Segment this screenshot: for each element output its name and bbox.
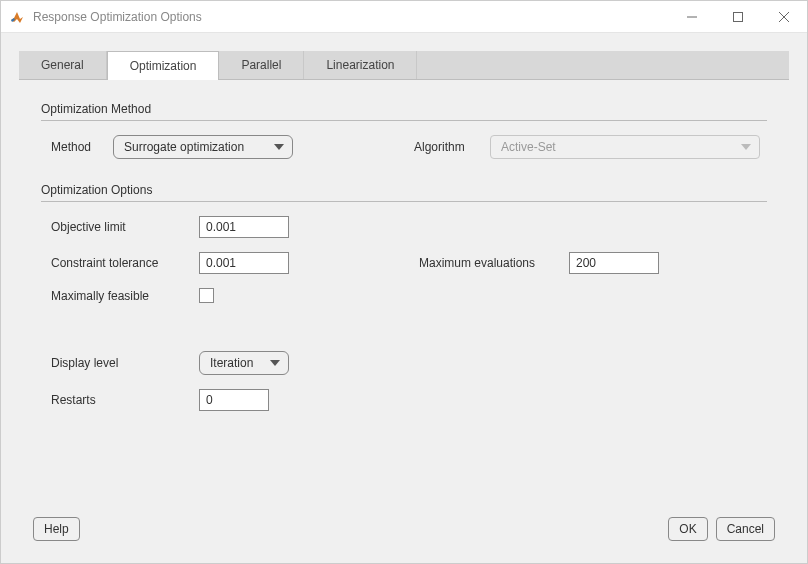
dialog-window: Response Optimization Options General Op… bbox=[0, 0, 808, 564]
matlab-icon bbox=[9, 9, 25, 25]
section-heading-options: Optimization Options bbox=[41, 183, 767, 197]
content-area: General Optimization Parallel Linearizat… bbox=[1, 33, 807, 563]
objective-limit-row: Objective limit bbox=[41, 216, 767, 238]
algorithm-select: Active-Set bbox=[490, 135, 760, 159]
chevron-down-icon bbox=[741, 144, 751, 150]
divider bbox=[41, 120, 767, 121]
display-level-select[interactable]: Iteration bbox=[199, 351, 289, 375]
ok-button[interactable]: OK bbox=[668, 517, 707, 541]
method-row: Method Surrogate optimization Algorithm … bbox=[41, 135, 767, 159]
objective-limit-label: Objective limit bbox=[51, 220, 199, 234]
constraint-tol-row: Constraint tolerance Maximum evaluations bbox=[41, 252, 767, 274]
objective-limit-input[interactable] bbox=[199, 216, 289, 238]
algorithm-label: Algorithm bbox=[414, 140, 490, 154]
tabstrip: General Optimization Parallel Linearizat… bbox=[19, 51, 789, 80]
restarts-label: Restarts bbox=[51, 393, 199, 407]
close-button[interactable] bbox=[761, 1, 807, 33]
minimize-button[interactable] bbox=[669, 1, 715, 33]
display-level-label: Display level bbox=[51, 356, 199, 370]
optimization-panel: Optimization Method Method Surrogate opt… bbox=[19, 80, 789, 511]
max-evaluations-label: Maximum evaluations bbox=[419, 256, 569, 270]
maximize-button[interactable] bbox=[715, 1, 761, 33]
tab-parallel[interactable]: Parallel bbox=[219, 51, 304, 79]
max-feasible-row: Maximally feasible bbox=[41, 288, 767, 303]
constraint-tolerance-label: Constraint tolerance bbox=[51, 256, 199, 270]
tab-general[interactable]: General bbox=[19, 51, 107, 79]
section-heading-method: Optimization Method bbox=[41, 102, 767, 116]
tab-linearization[interactable]: Linearization bbox=[304, 51, 417, 79]
chevron-down-icon bbox=[270, 360, 280, 366]
display-level-row: Display level Iteration bbox=[41, 351, 767, 375]
method-select[interactable]: Surrogate optimization bbox=[113, 135, 293, 159]
display-level-value: Iteration bbox=[210, 356, 253, 370]
method-label: Method bbox=[51, 140, 113, 154]
max-evaluations-input[interactable] bbox=[569, 252, 659, 274]
constraint-tolerance-input[interactable] bbox=[199, 252, 289, 274]
max-feasible-label: Maximally feasible bbox=[51, 289, 199, 303]
method-select-value: Surrogate optimization bbox=[124, 140, 244, 154]
restarts-input[interactable] bbox=[199, 389, 269, 411]
chevron-down-icon bbox=[274, 144, 284, 150]
divider bbox=[41, 201, 767, 202]
footer: Help OK Cancel bbox=[19, 511, 789, 553]
titlebar: Response Optimization Options bbox=[1, 1, 807, 33]
tab-optimization[interactable]: Optimization bbox=[107, 51, 220, 80]
restarts-row: Restarts bbox=[41, 389, 767, 411]
help-button[interactable]: Help bbox=[33, 517, 80, 541]
max-feasible-checkbox[interactable] bbox=[199, 288, 214, 303]
algorithm-select-value: Active-Set bbox=[501, 140, 556, 154]
window-title: Response Optimization Options bbox=[33, 10, 202, 24]
svg-rect-1 bbox=[734, 12, 743, 21]
cancel-button[interactable]: Cancel bbox=[716, 517, 775, 541]
